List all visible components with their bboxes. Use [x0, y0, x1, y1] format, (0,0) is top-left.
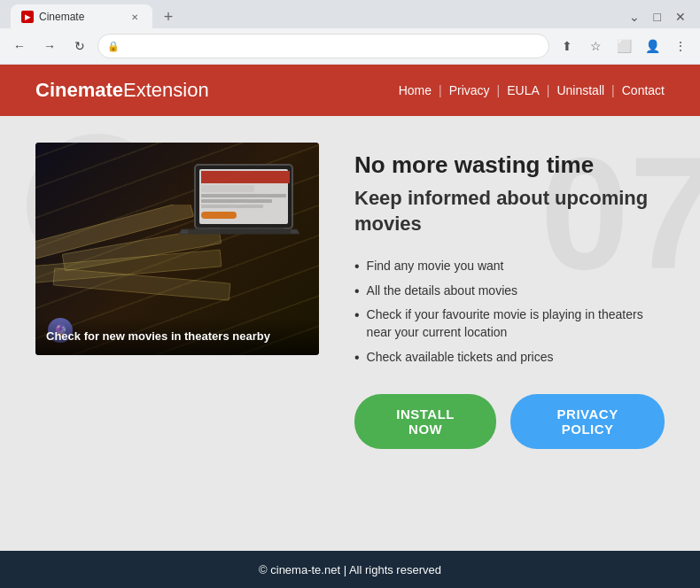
website-container: CinemateExtension Home | Privacy | EULA …	[0, 65, 700, 588]
site-footer: © cinema-te.net | All rights reserved	[0, 551, 700, 588]
tab-close-button[interactable]: ✕	[128, 10, 142, 24]
site-main: 07	[0, 116, 700, 551]
bullet-4: •	[354, 349, 360, 366]
refresh-button[interactable]: ↻	[67, 34, 92, 58]
toolbar-actions: ⬆ ☆ ⬜ 👤 ⋮	[555, 34, 693, 58]
privacy-policy-button[interactable]: PRIVACY POLICY	[510, 394, 665, 449]
window-controls: ⌄ □ ✕	[626, 8, 689, 26]
browser-toolbar: ← → ↻ 🔒 ⬆ ☆ ⬜ 👤 ⋮	[0, 28, 700, 64]
svg-rect-6	[201, 205, 263, 208]
feature-item-4: • Check available tickets and prices	[354, 345, 665, 370]
sub-heading: Keep informed about upcoming movies	[354, 186, 665, 236]
movie-caption-overlay: Check for new movies in theaters nearby	[35, 318, 319, 355]
logo-bold: Cinemate	[35, 79, 123, 101]
nav-sep-2: |	[497, 83, 501, 97]
movie-image: 🔮 Check for new movies in theaters nearb…	[35, 143, 319, 355]
menu-icon[interactable]: ⋮	[668, 34, 693, 58]
extension-icon[interactable]: ⬜	[611, 34, 636, 58]
nav-privacy[interactable]: Privacy	[449, 83, 490, 97]
install-now-button[interactable]: INSTALL NOW	[354, 394, 496, 449]
svg-rect-2	[201, 171, 290, 183]
feature-text-4: Check available tickets and prices	[367, 349, 554, 367]
nav-uninstall[interactable]: Uninstall	[556, 83, 604, 97]
new-tab-button[interactable]: +	[156, 4, 181, 29]
nav-home[interactable]: Home	[399, 83, 432, 97]
laptop-svg	[168, 160, 310, 258]
bullet-1: •	[354, 258, 360, 275]
content-row: 🔮 Check for new movies in theaters nearb…	[0, 116, 700, 551]
movie-caption: Check for new movies in theaters nearby	[46, 329, 308, 344]
svg-rect-7	[201, 212, 237, 219]
forward-button[interactable]: →	[37, 34, 62, 58]
site-header: CinemateExtension Home | Privacy | EULA …	[0, 65, 700, 116]
feature-text-2: All the details about movies	[367, 282, 517, 300]
site-nav: Home | Privacy | EULA | Uninstall | Cont…	[399, 83, 665, 97]
logo-regular: Extension	[123, 79, 209, 101]
nav-sep-1: |	[439, 83, 442, 97]
feature-list: • Find any movie you want • All the deta…	[354, 254, 665, 369]
svg-rect-8	[188, 229, 291, 234]
back-button[interactable]: ←	[7, 34, 32, 58]
nav-sep-3: |	[547, 83, 550, 97]
bookmark-icon[interactable]: ☆	[583, 34, 608, 58]
close-button[interactable]: ✕	[672, 8, 689, 26]
cta-buttons: INSTALL NOW PRIVACY POLICY	[354, 394, 665, 449]
footer-copyright: © cinema-te.net | All rights reserved	[259, 563, 441, 576]
share-icon[interactable]: ⬆	[555, 34, 579, 58]
svg-rect-4	[201, 194, 286, 197]
nav-sep-4: |	[611, 83, 615, 97]
nav-contact[interactable]: Contact	[622, 83, 665, 97]
address-bar[interactable]: 🔒	[97, 34, 549, 58]
minimize-button[interactable]: ⌄	[626, 8, 643, 26]
feature-text-3: Check if your favourite movie is playing…	[367, 306, 665, 341]
bullet-2: •	[354, 282, 360, 299]
right-content: No more wasting time Keep informed about…	[354, 143, 665, 449]
lock-icon: 🔒	[107, 41, 120, 52]
bullet-3: •	[354, 306, 360, 323]
browser-titlebar: ▶ Cinemate ✕ + ⌄ □ ✕	[0, 0, 700, 28]
tab-title: Cinemate	[39, 11, 84, 23]
restore-button[interactable]: □	[650, 8, 665, 26]
site-logo: CinemateExtension	[35, 79, 209, 102]
browser-chrome: ▶ Cinemate ✕ + ⌄ □ ✕ ← → ↻ 🔒 ⬆ ☆ ⬜ 👤 ⋮	[0, 0, 700, 65]
profile-icon[interactable]: 👤	[640, 34, 665, 58]
feature-text-1: Find any movie you want	[367, 258, 504, 275]
svg-rect-5	[201, 199, 272, 203]
nav-eula[interactable]: EULA	[507, 83, 540, 97]
feature-item-1: • Find any movie you want	[354, 254, 665, 279]
feature-item-3: • Check if your favourite movie is playi…	[354, 303, 665, 344]
browser-tabs: ▶ Cinemate ✕ +	[11, 4, 181, 29]
tab-favicon: ▶	[21, 11, 34, 23]
feature-item-2: • All the details about movies	[354, 279, 665, 304]
svg-rect-3	[201, 185, 254, 192]
active-tab[interactable]: ▶ Cinemate ✕	[11, 4, 152, 29]
main-heading: No more wasting time	[354, 151, 665, 179]
